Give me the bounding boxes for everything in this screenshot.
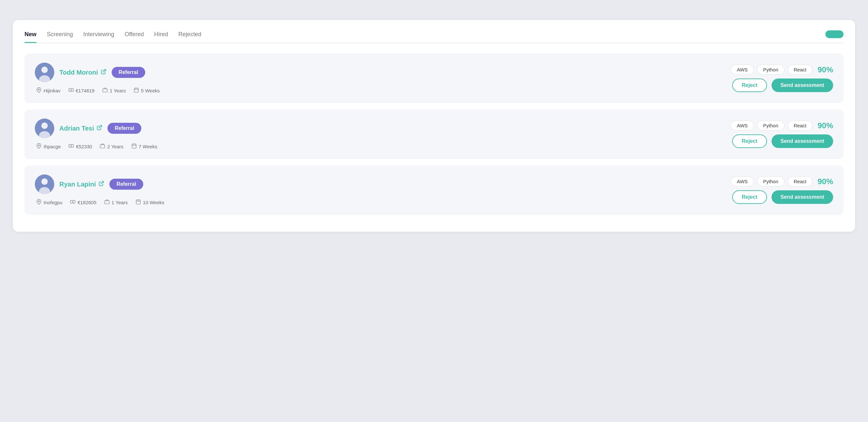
money-icon bbox=[70, 199, 75, 206]
skill-badge: AWS bbox=[731, 65, 754, 75]
svg-rect-31 bbox=[104, 201, 109, 204]
availability-meta: 10 Weeks bbox=[135, 199, 164, 206]
location-icon bbox=[36, 87, 42, 94]
location-icon bbox=[36, 199, 42, 206]
tab-screening[interactable]: Screening bbox=[47, 31, 73, 42]
candidate-name-link-todd-moroni[interactable]: Todd Moroni bbox=[59, 69, 106, 76]
svg-rect-19 bbox=[100, 145, 105, 148]
external-link-icon bbox=[96, 125, 102, 132]
candidate-top-row: Todd Moroni Referral bbox=[35, 63, 160, 82]
experience-value: 1 Years bbox=[112, 200, 128, 205]
reject-button-todd-moroni[interactable]: Reject bbox=[732, 79, 767, 92]
tab-rejected[interactable]: Rejected bbox=[179, 31, 202, 42]
tab-offered[interactable]: Offered bbox=[125, 31, 144, 42]
experience-value: 2 Years bbox=[107, 144, 123, 149]
skill-badge: Python bbox=[757, 120, 784, 131]
availability-value: 10 Weeks bbox=[143, 200, 164, 205]
reject-button-adrian-tesi[interactable]: Reject bbox=[732, 134, 767, 148]
candidate-right-todd-moroni: AWSPythonReact 90% Reject Send assessmen… bbox=[160, 65, 833, 92]
svg-rect-20 bbox=[132, 144, 136, 148]
salary-meta: €174619 bbox=[68, 87, 95, 94]
svg-point-13 bbox=[41, 122, 48, 129]
experience-meta: 1 Years bbox=[102, 87, 126, 94]
score-value: 90% bbox=[818, 121, 833, 130]
avatar-ryan-lapini bbox=[35, 174, 54, 194]
svg-line-3 bbox=[103, 69, 105, 72]
candidates-list: Todd Moroni Referral Hijinkav €174619 bbox=[25, 54, 843, 215]
avatar-todd-moroni bbox=[35, 63, 54, 82]
candidate-left-todd-moroni: Todd Moroni Referral Hijinkav €174619 bbox=[35, 63, 160, 94]
salary-value: €182605 bbox=[78, 200, 96, 205]
reject-button-ryan-lapini[interactable]: Reject bbox=[732, 190, 767, 204]
tabs-bar: NewScreeningInterviewingOfferedHiredReje… bbox=[25, 30, 843, 43]
experience-meta: 1 Years bbox=[104, 199, 128, 206]
briefcase-icon bbox=[104, 199, 110, 206]
experience-meta: 2 Years bbox=[100, 143, 123, 150]
main-panel: NewScreeningInterviewingOfferedHiredReje… bbox=[13, 20, 855, 232]
svg-line-27 bbox=[101, 181, 103, 184]
money-icon bbox=[68, 143, 74, 150]
add-candidate-button[interactable] bbox=[826, 30, 843, 38]
salary-meta: €182605 bbox=[70, 199, 96, 206]
candidate-name: Ryan Lapini bbox=[59, 180, 96, 188]
candidate-name-link-adrian-tesi[interactable]: Adrian Tesi bbox=[59, 125, 102, 132]
calendar-icon bbox=[133, 87, 139, 94]
external-link-icon bbox=[98, 180, 104, 188]
skills-row: AWSPythonReact 90% bbox=[731, 176, 833, 187]
tab-new[interactable]: New bbox=[25, 31, 36, 42]
availability-meta: 7 Weeks bbox=[131, 143, 157, 150]
experience-value: 1 Years bbox=[110, 88, 126, 93]
candidate-meta: Ihpacge €52330 2 Years 7 Weeks bbox=[36, 143, 157, 150]
svg-point-28 bbox=[38, 201, 39, 202]
external-link-icon bbox=[101, 69, 106, 76]
score-value: 90% bbox=[818, 177, 833, 186]
candidate-left-adrian-tesi: Adrian Tesi Referral Ihpacge €52330 bbox=[35, 119, 157, 150]
candidate-card-adrian-tesi: Adrian Tesi Referral Ihpacge €52330 bbox=[25, 110, 843, 159]
location-value: Ihpacge bbox=[43, 144, 61, 149]
skill-badge: Python bbox=[757, 65, 784, 75]
candidate-meta: Inofegpu €182605 1 Years 10 Weeks bbox=[36, 199, 164, 206]
actions-row: Reject Send assessment bbox=[732, 79, 833, 92]
candidate-top-row: Ryan Lapini Referral bbox=[35, 174, 164, 194]
svg-line-15 bbox=[99, 125, 102, 128]
send-assessment-button-ryan-lapini[interactable]: Send assessment bbox=[772, 190, 833, 204]
candidate-card-ryan-lapini: Ryan Lapini Referral Inofegpu €182605 bbox=[25, 165, 843, 215]
actions-row: Reject Send assessment bbox=[732, 134, 833, 148]
candidate-meta: Hijinkav €174619 1 Years 5 Weeks bbox=[36, 87, 160, 94]
source-badge: Referral bbox=[112, 67, 145, 78]
briefcase-icon bbox=[102, 87, 108, 94]
candidate-name-link-ryan-lapini[interactable]: Ryan Lapini bbox=[59, 180, 104, 188]
svg-point-18 bbox=[71, 145, 72, 146]
send-assessment-button-todd-moroni[interactable]: Send assessment bbox=[772, 79, 833, 92]
skills-row: AWSPythonReact 90% bbox=[731, 65, 833, 75]
skill-badge: React bbox=[788, 176, 812, 187]
svg-point-4 bbox=[38, 89, 39, 90]
tab-interviewing[interactable]: Interviewing bbox=[83, 31, 114, 42]
tabs-list: NewScreeningInterviewingOfferedHiredReje… bbox=[25, 31, 815, 42]
location-meta: Hijinkav bbox=[36, 87, 61, 94]
source-badge: Referral bbox=[110, 179, 143, 190]
candidate-name: Todd Moroni bbox=[59, 69, 98, 76]
candidate-name: Adrian Tesi bbox=[59, 125, 94, 132]
location-icon bbox=[36, 143, 42, 150]
calendar-icon bbox=[131, 143, 137, 150]
svg-rect-32 bbox=[136, 200, 141, 204]
skill-badge: React bbox=[788, 65, 812, 75]
tab-hired[interactable]: Hired bbox=[154, 31, 168, 42]
skill-badge: AWS bbox=[731, 120, 754, 131]
actions-row: Reject Send assessment bbox=[732, 190, 833, 204]
candidate-right-adrian-tesi: AWSPythonReact 90% Reject Send assessmen… bbox=[157, 120, 833, 148]
svg-point-30 bbox=[72, 201, 73, 202]
send-assessment-button-adrian-tesi[interactable]: Send assessment bbox=[772, 134, 833, 148]
svg-point-6 bbox=[71, 89, 72, 90]
salary-value: €174619 bbox=[76, 88, 95, 93]
location-meta: Inofegpu bbox=[36, 199, 62, 206]
briefcase-icon bbox=[100, 143, 105, 150]
availability-value: 5 Weeks bbox=[141, 88, 160, 93]
candidate-card-todd-moroni: Todd Moroni Referral Hijinkav €174619 bbox=[25, 54, 843, 103]
location-meta: Ihpacge bbox=[36, 143, 61, 150]
svg-rect-5 bbox=[69, 88, 73, 91]
svg-rect-7 bbox=[103, 89, 107, 92]
availability-meta: 5 Weeks bbox=[133, 87, 160, 94]
location-value: Hijinkav bbox=[43, 88, 61, 93]
